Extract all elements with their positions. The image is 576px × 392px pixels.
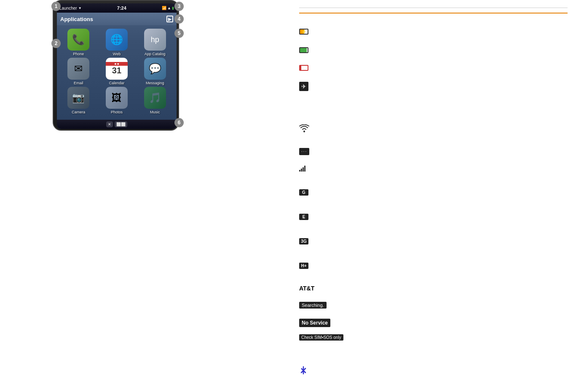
app-grid: 📞 Phone 🌐 Web hp App Catalog ✉ Email: [57, 25, 177, 118]
bottom-icons: ✕ ⬜⬜: [106, 121, 127, 127]
web-app-label: Web: [113, 52, 121, 56]
launcher-label: Launcher: [59, 6, 77, 11]
header-arrow[interactable]: ▶: [166, 16, 173, 22]
att-label: AT&T: [299, 285, 314, 292]
callout-4: 4: [174, 14, 184, 24]
catalog-app-icon: hp: [144, 29, 166, 51]
g-network-row: G: [299, 189, 308, 196]
app-music[interactable]: 🎵 Music: [137, 87, 173, 114]
battery-low-row: [299, 65, 308, 71]
app-phone[interactable]: 📞 Phone: [60, 29, 97, 56]
battery-full-row: [299, 47, 308, 53]
phone-device: Launcher ▼ 7:24 📶 ▲ ▮ Applications ▶: [53, 0, 179, 131]
battery-charging-icon: ⚡: [299, 29, 308, 35]
app-calendar[interactable]: ■ ■ 31 Calendar: [99, 58, 135, 85]
app-messaging[interactable]: 💬 Messaging: [137, 58, 173, 85]
arrow-icon: ▶: [168, 17, 171, 21]
photos-app-label: Photos: [111, 110, 123, 114]
camera-app-label: Camera: [72, 110, 85, 114]
wifi-row: [299, 124, 309, 135]
callout-6: 6: [174, 118, 184, 127]
app-email[interactable]: ✉ Email: [60, 58, 97, 85]
no-service-label: No Service: [299, 319, 330, 327]
music-app-icon: 🎵: [144, 87, 166, 109]
app-web[interactable]: 🌐 Web: [99, 29, 135, 56]
battery-charging-row: ⚡: [299, 29, 308, 35]
phone-app-icon: 📞: [67, 29, 89, 51]
orange-accent-line: [299, 13, 568, 13]
app-catalog[interactable]: hp App Catalog: [137, 29, 173, 56]
phone-section: 1 Launcher ▼ 7:24 📶 ▲ ▮: [25, 0, 194, 392]
battery-low-icon: [299, 65, 308, 71]
status-bar: Launcher ▼ 7:24 📶 ▲ ▮: [57, 3, 177, 13]
check-sim-label: Check SIM•SOS only: [299, 334, 343, 341]
svg-point-0: [303, 131, 305, 132]
mute-icon[interactable]: ✕: [106, 121, 113, 127]
catalog-app-label: App Catalog: [145, 52, 166, 56]
photos-app-icon: 🖼: [106, 87, 128, 109]
messaging-app-label: Messaging: [146, 81, 164, 85]
callout-1: 1: [51, 2, 61, 11]
app-header-title: Applications: [60, 16, 93, 22]
app-camera[interactable]: 📷 Camera: [60, 87, 97, 114]
app-header: Applications ▶: [57, 13, 177, 25]
camera-app-icon: 📷: [67, 87, 89, 109]
check-sim-row: Check SIM•SOS only: [299, 334, 343, 341]
wifi-icon: [299, 124, 309, 135]
email-app-label: Email: [74, 81, 83, 85]
status-time: 7:24: [117, 5, 126, 11]
top-divider-line: [299, 8, 568, 8]
e-network-row: E: [299, 214, 308, 220]
voicemail-icon[interactable]: ⬜⬜: [115, 121, 127, 127]
g-network-icon: G: [299, 189, 308, 196]
searching-label: Searching.: [299, 302, 327, 309]
signal-status-icon: ▲: [167, 6, 171, 10]
phone-body: Launcher ▼ 7:24 📶 ▲ ▮ Applications ▶: [53, 0, 179, 131]
signal-bars-row: [299, 165, 305, 172]
wifi-status-icon: 📶: [162, 6, 166, 10]
no-service-row: No Service: [299, 319, 330, 327]
airplane-mode-row: ✈: [299, 82, 308, 91]
phone-app-label: Phone: [73, 52, 84, 56]
bluetooth-icon: [299, 366, 308, 375]
searching-dots-row: ···: [299, 148, 309, 155]
dropdown-icon: ▼: [78, 6, 82, 10]
searching-dots-icon: ···: [299, 148, 309, 155]
callout-3: 3: [174, 2, 184, 11]
3g-network-row: 3G: [299, 238, 308, 244]
status-bar-left: Launcher ▼: [59, 6, 82, 11]
3g-network-icon: 3G: [299, 238, 308, 244]
phone-bottom-bar: ✕ ⬜⬜: [57, 120, 177, 129]
email-app-icon: ✉: [67, 58, 89, 80]
web-app-icon: 🌐: [106, 29, 128, 51]
calendar-app-icon: ■ ■ 31: [106, 58, 128, 80]
right-panel: ⚡ ✈ ···: [295, 0, 576, 392]
app-photos[interactable]: 🖼 Photos: [99, 87, 135, 114]
battery-status-icon: ▮: [172, 6, 174, 10]
airplane-mode-icon: ✈: [299, 82, 308, 91]
att-row: AT&T: [299, 285, 314, 292]
music-app-label: Music: [150, 110, 160, 114]
e-network-icon: E: [299, 214, 308, 220]
callout-2: 2: [51, 39, 61, 48]
hplus-network-icon: H+: [299, 263, 308, 269]
hplus-network-row: H+: [299, 263, 308, 269]
signal-bars-icon: [299, 165, 305, 172]
callout-5: 5: [174, 29, 184, 38]
battery-full-icon: [299, 47, 308, 53]
messaging-app-icon: 💬: [144, 58, 166, 80]
searching-row: Searching.: [299, 302, 327, 309]
status-bar-right: 📶 ▲ ▮: [162, 6, 174, 10]
bluetooth-row: [299, 366, 308, 375]
calendar-app-label: Calendar: [109, 81, 125, 85]
phone-screen: Launcher ▼ 7:24 📶 ▲ ▮ Applications ▶: [57, 3, 177, 129]
